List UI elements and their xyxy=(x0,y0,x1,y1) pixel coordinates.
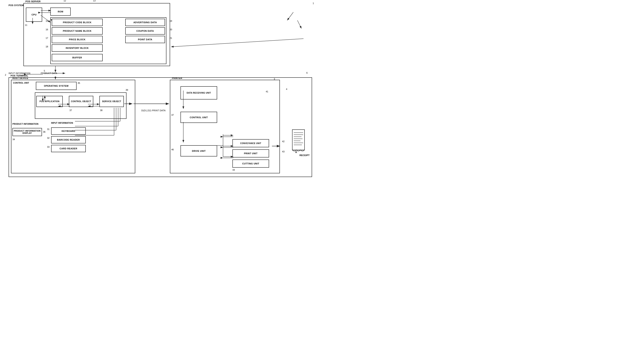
label-39: 39 xyxy=(126,89,128,91)
label-47: 47 xyxy=(171,114,174,116)
label-21: 21 xyxy=(170,37,172,39)
label-42: 42 xyxy=(282,140,284,143)
printer-box: PRINTER DATA RECEIVING UNIT 41 CONTROL U… xyxy=(170,80,280,173)
pos-application-box: POS APPLICATION xyxy=(36,96,63,107)
input-info-label: INPUT INFORMATION xyxy=(9,72,30,74)
point-data-block: POINT DATA xyxy=(125,36,165,43)
label-1: 1 xyxy=(313,2,314,4)
label-33: 33 xyxy=(47,146,50,148)
cpu-box: CPU xyxy=(26,8,42,22)
label-19: 19 xyxy=(170,20,172,22)
label-34: 34 xyxy=(13,138,15,140)
printer-label: PRINTER xyxy=(172,77,182,79)
price-block: PRICE BLOCK xyxy=(52,36,103,43)
label-16: 16 xyxy=(46,28,48,31)
barcode-reader-box: BARCODE READER xyxy=(51,136,86,144)
label-36: 36 xyxy=(43,130,46,133)
rom-box: ROM xyxy=(50,8,71,16)
conveyance-unit-box: CONVEYANCE UNIT xyxy=(232,139,269,147)
host-device-label: HOST DEVICE xyxy=(13,77,28,79)
label-44: 44 xyxy=(232,169,235,171)
label-6: 6 xyxy=(306,72,307,74)
operating-system-box: OPERATING SYSTEM xyxy=(36,82,77,90)
card-reader-box: CARD READER xyxy=(51,145,86,152)
display-box: PRODUCT INFORMATION DISPLAY xyxy=(13,128,42,136)
pos-terminal-label: POS TERMINAL xyxy=(11,74,28,77)
product-info-label: PRODUCT INFORMATION xyxy=(13,123,39,125)
label-15: 15 xyxy=(46,20,48,22)
dashed-box: 39 POS APPLICATION CONTROL OBJECT 37 SER… xyxy=(35,92,127,119)
buffer-block: BUFFER xyxy=(52,54,103,61)
label-35: 35 xyxy=(78,82,80,84)
input-info-box-label: INPUT INFORMATION xyxy=(51,122,73,124)
label-18: 18 xyxy=(46,45,48,48)
print-data-label: D(D1,D2) PRINT DATA xyxy=(141,109,166,112)
label-2: 2 xyxy=(5,74,6,76)
inventory-block: INVENTORY BLOCK xyxy=(52,44,103,52)
pos-terminal-box: POS TERMINAL 2 HOST DEVICE CONTROL UNIT … xyxy=(9,77,312,177)
pos-system-label: POS SYSTEM xyxy=(9,4,24,6)
printer-control-unit-box: CONTROL UNIT xyxy=(180,112,217,123)
print-unit-box: PRINT UNIT xyxy=(232,149,269,158)
keyboard-box: KEYBOARD xyxy=(51,127,86,135)
cutting-unit-box: CUTTING UNIT xyxy=(232,160,269,168)
r-label: R xyxy=(295,151,297,154)
host-device-box: HOST DEVICE CONTROL UNIT OPERATING SYSTE… xyxy=(11,80,135,173)
label-17: 17 xyxy=(46,37,48,39)
label-43: 43 xyxy=(282,150,284,153)
label-41: 41 xyxy=(266,90,268,93)
label-13: 13 xyxy=(93,0,96,2)
label-20: 20 xyxy=(170,28,172,31)
pos-server-box: POS SERVER 12 13 CPU 11 ROM RAM 15 PRODU… xyxy=(24,3,170,66)
label-5: 5 xyxy=(44,70,45,72)
label-12: 12 xyxy=(64,0,66,2)
receipt-icon: R xyxy=(291,128,307,156)
label-4: 4 xyxy=(286,88,287,90)
diagram: 1 POS SYSTEM POS SERVER 12 13 CPU 11 ROM… xyxy=(0,0,320,182)
label-11: 11 xyxy=(25,24,27,26)
label-38: 38 xyxy=(100,109,103,112)
receipt-label: RECEIPT xyxy=(299,154,309,156)
data-receiving-unit-box: DATA RECEIVING UNIT xyxy=(180,86,217,100)
control-unit-label: CONTROL UNIT xyxy=(13,82,29,84)
advertising-data-block: ADVERTISING DATA xyxy=(125,19,165,26)
label-3: 3 xyxy=(274,78,275,80)
control-object-box: CONTROL OBJECT xyxy=(69,96,93,107)
label-46: 46 xyxy=(171,148,174,151)
product-name-block: PRODUCT NAME BLOCK xyxy=(52,27,103,34)
service-object-box: SERVICE OBJECT xyxy=(99,96,124,107)
pos-server-label: POS SERVER xyxy=(26,0,41,3)
label-31: 31 xyxy=(47,128,50,130)
product-code-block: PRODUCT CODE BLOCK xyxy=(52,19,103,26)
product-data-label: PRODUCT DATA xyxy=(41,72,57,74)
label-37: 37 xyxy=(70,109,72,112)
ram-box: 15 PRODUCT CODE BLOCK 16 PRODUCT NAME BL… xyxy=(50,17,166,64)
drive-unit-box: DRIVE UNIT xyxy=(180,145,217,156)
label-32: 32 xyxy=(47,137,50,139)
coupon-data-block: COUPON DATA xyxy=(125,27,165,34)
